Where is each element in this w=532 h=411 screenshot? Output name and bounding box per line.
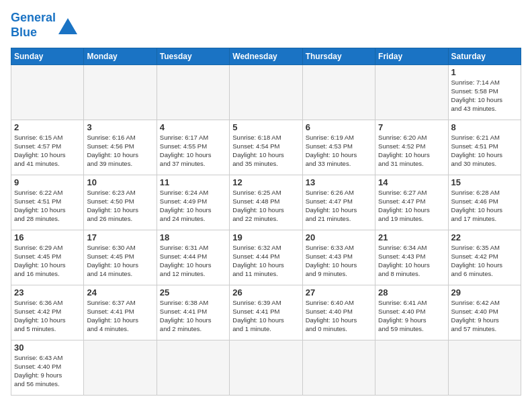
calendar-cell: 13Sunrise: 6:26 AM Sunset: 4:47 PM Dayli…: [302, 175, 375, 230]
calendar-cell: 24Sunrise: 6:37 AM Sunset: 4:41 PM Dayli…: [84, 285, 157, 340]
day-info: Sunrise: 6:33 AM Sunset: 4:43 PM Dayligh…: [306, 244, 372, 278]
day-info: Sunrise: 6:30 AM Sunset: 4:45 PM Dayligh…: [87, 244, 153, 278]
day-info: Sunrise: 6:41 AM Sunset: 4:40 PM Dayligh…: [378, 299, 445, 333]
day-info: Sunrise: 6:29 AM Sunset: 4:45 PM Dayligh…: [14, 244, 81, 278]
day-number: 20: [306, 232, 372, 242]
calendar-cell: 14Sunrise: 6:27 AM Sunset: 4:47 PM Dayli…: [375, 175, 448, 230]
day-info: Sunrise: 6:32 AM Sunset: 4:44 PM Dayligh…: [232, 244, 299, 278]
logo: GeneralBlue: [11, 11, 77, 40]
day-info: Sunrise: 6:42 AM Sunset: 4:40 PM Dayligh…: [451, 299, 518, 333]
calendar-cell: 21Sunrise: 6:34 AM Sunset: 4:43 PM Dayli…: [375, 230, 448, 285]
calendar-cell: 28Sunrise: 6:41 AM Sunset: 4:40 PM Dayli…: [375, 285, 448, 340]
day-number: 23: [14, 287, 81, 298]
day-info: Sunrise: 6:31 AM Sunset: 4:44 PM Dayligh…: [160, 244, 226, 278]
day-number: 26: [232, 287, 299, 298]
day-info: Sunrise: 6:17 AM Sunset: 4:55 PM Dayligh…: [160, 134, 226, 168]
calendar-cell: 7Sunrise: 6:20 AM Sunset: 4:52 PM Daylig…: [375, 120, 448, 175]
calendar-cell: [375, 340, 448, 396]
calendar-cell: [230, 65, 302, 120]
day-number: 22: [451, 232, 518, 242]
calendar-cell: 25Sunrise: 6:38 AM Sunset: 4:41 PM Dayli…: [157, 285, 229, 340]
day-info: Sunrise: 6:21 AM Sunset: 4:51 PM Dayligh…: [451, 134, 518, 168]
calendar-cell: [302, 65, 375, 120]
day-info: Sunrise: 6:19 AM Sunset: 4:53 PM Dayligh…: [306, 134, 372, 168]
calendar-cell: 6Sunrise: 6:19 AM Sunset: 4:53 PM Daylig…: [302, 120, 375, 175]
day-number: 1: [451, 67, 518, 77]
day-info: Sunrise: 6:15 AM Sunset: 4:57 PM Dayligh…: [14, 134, 81, 168]
page-header: GeneralBlue: [11, 11, 521, 40]
day-info: Sunrise: 6:20 AM Sunset: 4:52 PM Dayligh…: [378, 134, 445, 168]
calendar-week-2: 9Sunrise: 6:22 AM Sunset: 4:51 PM Daylig…: [11, 175, 521, 230]
calendar-cell: 8Sunrise: 6:21 AM Sunset: 4:51 PM Daylig…: [448, 120, 521, 175]
day-info: Sunrise: 6:38 AM Sunset: 4:41 PM Dayligh…: [160, 299, 226, 333]
calendar-cell: 29Sunrise: 6:42 AM Sunset: 4:40 PM Dayli…: [448, 285, 521, 340]
day-info: Sunrise: 6:26 AM Sunset: 4:47 PM Dayligh…: [306, 189, 372, 223]
calendar-cell: [157, 340, 229, 396]
weekday-header-saturday: Saturday: [448, 48, 521, 65]
day-number: 4: [160, 122, 226, 132]
logo-text: GeneralBlue: [11, 11, 56, 40]
day-number: 18: [160, 232, 226, 242]
day-number: 11: [160, 177, 226, 187]
day-number: 10: [87, 177, 153, 187]
calendar-cell: 19Sunrise: 6:32 AM Sunset: 4:44 PM Dayli…: [230, 230, 302, 285]
day-info: Sunrise: 6:27 AM Sunset: 4:47 PM Dayligh…: [378, 189, 445, 223]
day-number: 7: [378, 122, 445, 132]
day-number: 15: [451, 177, 518, 187]
calendar-week-1: 2Sunrise: 6:15 AM Sunset: 4:57 PM Daylig…: [11, 120, 521, 175]
day-info: Sunrise: 6:37 AM Sunset: 4:41 PM Dayligh…: [87, 299, 153, 333]
weekday-header-thursday: Thursday: [302, 48, 375, 65]
calendar-cell: 16Sunrise: 6:29 AM Sunset: 4:45 PM Dayli…: [11, 230, 84, 285]
calendar-cell: 18Sunrise: 6:31 AM Sunset: 4:44 PM Dayli…: [157, 230, 229, 285]
calendar-cell: 4Sunrise: 6:17 AM Sunset: 4:55 PM Daylig…: [157, 120, 229, 175]
calendar-cell: [11, 65, 84, 120]
weekday-header-tuesday: Tuesday: [157, 48, 229, 65]
day-info: Sunrise: 7:14 AM Sunset: 5:58 PM Dayligh…: [451, 79, 518, 113]
day-number: 5: [232, 122, 299, 132]
calendar-cell: [84, 340, 157, 396]
day-number: 28: [378, 287, 445, 298]
calendar-cell: 5Sunrise: 6:18 AM Sunset: 4:54 PM Daylig…: [230, 120, 302, 175]
day-number: 6: [306, 122, 372, 132]
day-number: 2: [14, 122, 81, 132]
calendar-table: SundayMondayTuesdayWednesdayThursdayFrid…: [11, 48, 521, 396]
logo-icon: [58, 18, 77, 34]
weekday-header-wednesday: Wednesday: [230, 48, 302, 65]
day-number: 3: [87, 122, 153, 132]
calendar-cell: [157, 65, 229, 120]
day-info: Sunrise: 6:34 AM Sunset: 4:43 PM Dayligh…: [378, 244, 445, 278]
day-number: 29: [451, 287, 518, 298]
day-info: Sunrise: 6:24 AM Sunset: 4:49 PM Dayligh…: [160, 189, 226, 223]
day-info: Sunrise: 6:28 AM Sunset: 4:46 PM Dayligh…: [451, 189, 518, 223]
day-number: 21: [378, 232, 445, 242]
calendar-cell: 22Sunrise: 6:35 AM Sunset: 4:42 PM Dayli…: [448, 230, 521, 285]
day-number: 17: [87, 232, 153, 242]
weekday-header-friday: Friday: [375, 48, 448, 65]
calendar-cell: [84, 65, 157, 120]
day-number: 16: [14, 232, 81, 242]
calendar-cell: 30Sunrise: 6:43 AM Sunset: 4:40 PM Dayli…: [11, 340, 84, 396]
day-info: Sunrise: 6:36 AM Sunset: 4:42 PM Dayligh…: [14, 299, 81, 333]
day-info: Sunrise: 6:18 AM Sunset: 4:54 PM Dayligh…: [232, 134, 299, 168]
calendar-cell: [230, 340, 302, 396]
day-info: Sunrise: 6:23 AM Sunset: 4:50 PM Dayligh…: [87, 189, 153, 223]
calendar-cell: 2Sunrise: 6:15 AM Sunset: 4:57 PM Daylig…: [11, 120, 84, 175]
calendar-week-4: 23Sunrise: 6:36 AM Sunset: 4:42 PM Dayli…: [11, 285, 521, 340]
calendar-cell: 20Sunrise: 6:33 AM Sunset: 4:43 PM Dayli…: [302, 230, 375, 285]
day-number: 13: [306, 177, 372, 187]
calendar-cell: 1Sunrise: 7:14 AM Sunset: 5:58 PM Daylig…: [448, 65, 521, 120]
calendar-cell: 12Sunrise: 6:25 AM Sunset: 4:48 PM Dayli…: [230, 175, 302, 230]
day-info: Sunrise: 6:35 AM Sunset: 4:42 PM Dayligh…: [451, 244, 518, 278]
day-info: Sunrise: 6:39 AM Sunset: 4:41 PM Dayligh…: [232, 299, 299, 333]
day-info: Sunrise: 6:43 AM Sunset: 4:40 PM Dayligh…: [14, 354, 81, 388]
day-info: Sunrise: 6:40 AM Sunset: 4:40 PM Dayligh…: [306, 299, 372, 333]
day-number: 25: [160, 287, 226, 298]
day-info: Sunrise: 6:16 AM Sunset: 4:56 PM Dayligh…: [87, 134, 153, 168]
day-number: 9: [14, 177, 81, 187]
day-info: Sunrise: 6:22 AM Sunset: 4:51 PM Dayligh…: [14, 189, 81, 223]
calendar-cell: 26Sunrise: 6:39 AM Sunset: 4:41 PM Dayli…: [230, 285, 302, 340]
calendar-week-5: 30Sunrise: 6:43 AM Sunset: 4:40 PM Dayli…: [11, 340, 521, 396]
day-number: 8: [451, 122, 518, 132]
weekday-header-sunday: Sunday: [11, 48, 84, 65]
day-number: 14: [378, 177, 445, 187]
